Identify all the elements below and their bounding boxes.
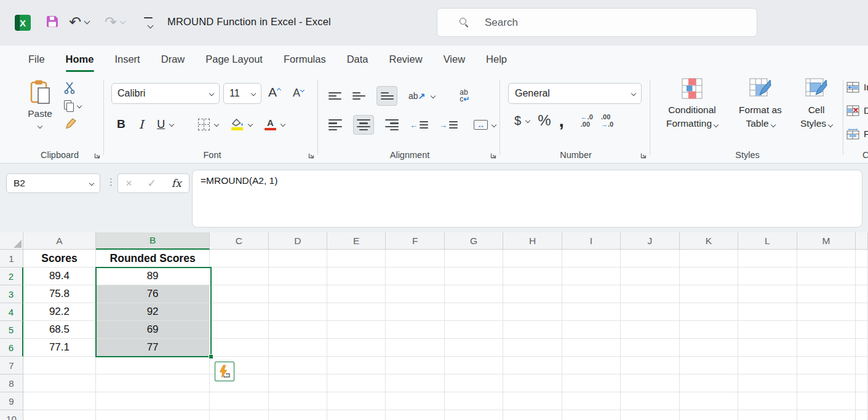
insert-function-icon[interactable]: fx (172, 177, 181, 189)
cell-M2[interactable] (797, 267, 856, 285)
column-header-J[interactable]: J (621, 232, 679, 250)
tab-insert[interactable]: Insert (104, 46, 150, 73)
cell-partial-2[interactable] (856, 267, 868, 285)
cell-E3[interactable] (327, 285, 386, 303)
cell-D9[interactable] (269, 392, 327, 410)
fill-color-button[interactable] (231, 118, 244, 130)
cell-J6[interactable] (621, 339, 679, 357)
tab-file[interactable]: File (18, 46, 55, 73)
font-size-select[interactable]: 11 (223, 83, 261, 104)
cell-C3[interactable] (210, 285, 268, 303)
column-header-B[interactable]: B (96, 232, 210, 250)
cell-I2[interactable] (562, 267, 621, 285)
cell-partial-1[interactable] (856, 250, 868, 267)
cell-partial-5[interactable] (856, 321, 868, 339)
cell-C5[interactable] (210, 321, 268, 339)
cell-B2[interactable]: 89 (96, 267, 210, 285)
underline-chevron-icon[interactable] (169, 122, 174, 127)
cell-E7[interactable] (327, 357, 386, 374)
row-header-1[interactable]: 1 (0, 250, 23, 267)
cell-K1[interactable] (680, 250, 738, 267)
quick-access-customize-icon[interactable] (144, 17, 153, 31)
column-header-L[interactable]: L (738, 232, 797, 250)
cell-L1[interactable] (738, 250, 797, 267)
copy-chevron-icon[interactable] (77, 103, 82, 108)
cell-D3[interactable] (269, 285, 327, 303)
cell-I1[interactable] (562, 250, 621, 267)
decrease-font-size-button[interactable]: A (293, 87, 303, 100)
cell-M9[interactable] (797, 392, 856, 410)
cell-G6[interactable] (445, 339, 503, 357)
cell-G2[interactable] (445, 267, 503, 285)
formula-input[interactable]: =MROUND(A2, 1) (192, 170, 862, 228)
cell-L7[interactable] (738, 357, 797, 374)
delete-cells-button[interactable]: Delete (846, 105, 868, 116)
cell-B1[interactable]: Rounded Scores (96, 250, 210, 267)
cell-J5[interactable] (621, 321, 679, 339)
row-header-6[interactable]: 6 (0, 339, 23, 357)
tab-draw[interactable]: Draw (151, 46, 196, 73)
cell-L8[interactable] (738, 374, 797, 392)
cell-F9[interactable] (386, 392, 444, 410)
cell-C2[interactable] (210, 267, 268, 285)
row-header-7[interactable]: 7 (0, 357, 23, 374)
cell-J4[interactable] (621, 303, 679, 321)
cell-D1[interactable] (269, 250, 327, 267)
row-header-3[interactable]: 3 (0, 285, 23, 303)
cell-H7[interactable] (503, 357, 562, 374)
cell-partial-7[interactable] (856, 357, 868, 374)
cell-G4[interactable] (445, 303, 503, 321)
tab-view[interactable]: View (433, 46, 476, 73)
cell-E5[interactable] (327, 321, 386, 339)
cut-icon[interactable] (64, 81, 75, 94)
cell-M3[interactable] (797, 285, 856, 303)
cell-K4[interactable] (680, 303, 738, 321)
paste-button[interactable]: Paste (22, 79, 58, 130)
orientation-button[interactable]: ab↗ (408, 91, 425, 101)
cell-F8[interactable] (386, 374, 444, 392)
cell-H3[interactable] (503, 285, 562, 303)
cell-F6[interactable] (386, 339, 444, 357)
cell-E9[interactable] (327, 392, 386, 410)
cell-D4[interactable] (269, 303, 327, 321)
save-icon[interactable] (45, 14, 60, 29)
number-format-select[interactable]: General (508, 83, 642, 104)
cell-E10[interactable] (327, 410, 386, 420)
conditional-formatting-button[interactable]: Conditional Formatting (656, 77, 728, 130)
cell-H2[interactable] (503, 267, 562, 285)
cell-H5[interactable] (503, 321, 562, 339)
cell-A8[interactable] (23, 374, 96, 392)
cell-K6[interactable] (680, 339, 738, 357)
align-right-icon[interactable] (385, 119, 399, 130)
enter-icon[interactable]: ✓ (147, 176, 156, 190)
cell-G1[interactable] (445, 250, 503, 267)
cell-E2[interactable] (327, 267, 386, 285)
increase-decimal-icon[interactable]: ←.0 .00 (581, 113, 593, 128)
cancel-icon[interactable]: × (125, 177, 132, 190)
cell-M1[interactable] (797, 250, 856, 267)
align-left-icon[interactable] (328, 119, 342, 130)
cell-I8[interactable] (562, 374, 621, 392)
cell-M6[interactable] (797, 339, 856, 357)
cell-B10[interactable] (96, 410, 210, 420)
fill-handle[interactable] (209, 354, 213, 359)
column-header-K[interactable]: K (680, 232, 738, 250)
insert-cells-button[interactable]: Insert (846, 82, 868, 93)
comma-button[interactable]: , (559, 115, 563, 126)
cell-B9[interactable] (96, 392, 210, 410)
cell-D7[interactable] (269, 357, 327, 374)
align-middle-icon[interactable] (352, 92, 365, 100)
column-header-partial[interactable] (856, 232, 868, 250)
cell-B8[interactable] (96, 374, 210, 392)
cell-F2[interactable] (386, 267, 444, 285)
cell-partial-4[interactable] (856, 303, 868, 321)
cell-G9[interactable] (445, 392, 503, 410)
cell-M5[interactable] (797, 321, 856, 339)
merge-center-button[interactable]: ↔ (474, 120, 496, 130)
italic-button[interactable]: I (139, 117, 144, 131)
column-header-E[interactable]: E (327, 232, 386, 250)
row-header-9[interactable]: 9 (0, 392, 23, 410)
name-box[interactable]: B2 (6, 173, 100, 193)
cell-K2[interactable] (680, 267, 738, 285)
cell-K5[interactable] (680, 321, 738, 339)
